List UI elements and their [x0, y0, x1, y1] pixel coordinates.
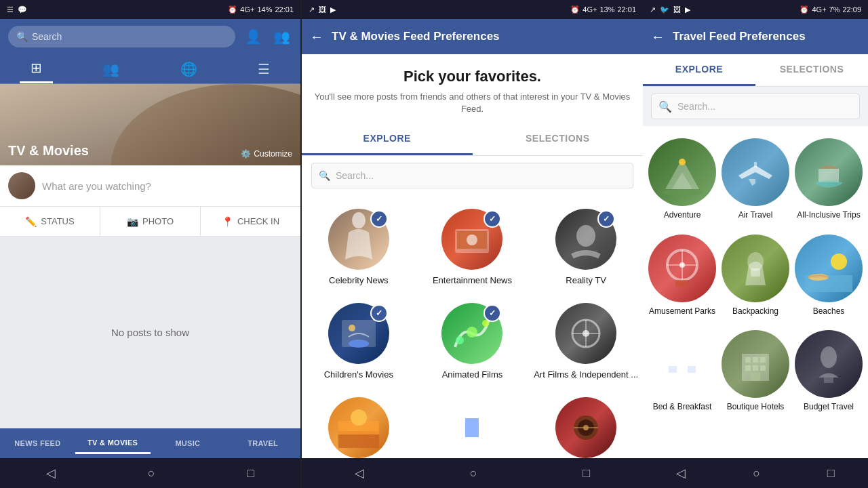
subnav-newsfeed[interactable]: ⊞ — [20, 54, 53, 83]
svg-point-36 — [831, 253, 847, 270]
air-label: Air Travel — [738, 210, 773, 221]
travel-backpacking[interactable]: Backpacking — [719, 228, 792, 324]
category-reality-tv[interactable]: ✓ Reality TV — [529, 201, 643, 295]
bottom-nav-1: NEWS FEED TV & MOVIES MUSIC TRAVEL — [0, 428, 300, 458]
customize-button[interactable]: ⚙️ Customize — [241, 149, 292, 159]
bottom-nav-travel[interactable]: TRAVEL — [225, 434, 300, 453]
search-bar-panel1[interactable]: 🔍 Search — [8, 26, 235, 47]
page-title-2: TV & Movies Feed Preferences — [332, 30, 500, 43]
svg-rect-43 — [753, 357, 758, 363]
row3a-img — [328, 397, 389, 458]
recents-button-1[interactable]: □ — [247, 466, 254, 481]
bottom-nav-music[interactable]: MUSIC — [151, 434, 226, 453]
back-arrow-3[interactable]: ← — [651, 29, 665, 45]
svg-point-49 — [821, 346, 837, 368]
status-bar-3: ↗ 🐦 🖼 ▶ ⏰ 4G+ 7% 22:09 — [643, 0, 868, 19]
tabs-row-3: EXPLORE SELECTIONS — [643, 54, 868, 87]
artfilms-img — [555, 303, 616, 364]
status-bar-1: ☰ 💬 ⏰ 4G+ 14% 22:01 — [0, 0, 300, 19]
photo-button[interactable]: 📷 PHOTO — [100, 207, 201, 236]
status-right-2: ⏰ 4G+ 13% 22:01 — [570, 5, 636, 14]
search-icon-2: 🔍 — [319, 170, 330, 181]
svg-point-6 — [349, 325, 355, 331]
search-bar-3[interactable]: 🔍 Search... — [651, 94, 860, 119]
backpacking-img — [722, 235, 789, 302]
recents-button-3[interactable]: □ — [827, 466, 835, 481]
status-label: STATUS — [41, 216, 74, 226]
cover-image: TV & Movies ⚙️ Customize — [0, 84, 300, 165]
category-row3b[interactable] — [416, 389, 530, 458]
category-row3a[interactable] — [302, 389, 416, 458]
video-icon: ▶ — [330, 5, 336, 14]
tab-selections-2[interactable]: SELECTIONS — [473, 123, 644, 155]
travel-adventure[interactable]: Adventure — [646, 131, 719, 228]
travel-air[interactable]: Air Travel — [719, 131, 792, 228]
travel-boutique[interactable]: Boutique Hotels — [719, 323, 792, 420]
bottom-nav-newsfeed[interactable]: NEWS FEED — [0, 434, 75, 453]
search-bar-2[interactable]: 🔍 Search... — [311, 163, 633, 188]
fb-header-1: 🔍 Search 👤 👥 — [0, 19, 300, 54]
bottom-nav-tvmovies[interactable]: TV & MOVIES — [75, 433, 151, 454]
tab-explore-3[interactable]: EXPLORE — [643, 54, 755, 86]
travel-partial[interactable] — [646, 420, 719, 458]
travel-budget[interactable]: Budget Travel — [792, 323, 865, 420]
beaches-img — [795, 235, 863, 302]
alarm-icon: ⏰ — [228, 5, 237, 14]
checkin-button[interactable]: 📍 CHECK IN — [201, 207, 300, 236]
status-left-3: ↗ 🐦 🖼 ▶ — [650, 5, 690, 14]
svg-rect-45 — [745, 365, 751, 371]
home-button-2[interactable]: ○ — [470, 466, 477, 481]
svg-rect-46 — [753, 365, 758, 371]
back-button-3[interactable]: ◁ — [676, 466, 686, 481]
no-posts-area: No posts to show — [0, 237, 300, 428]
category-entertainment-news[interactable]: ✓ Entertainment News — [416, 201, 530, 295]
travel-allinclusive[interactable]: All-Inclusive Trips — [792, 131, 865, 228]
watch-placeholder[interactable]: What are you watching? — [42, 180, 151, 192]
subnav-friends[interactable]: 👥 — [92, 56, 130, 83]
panel-travel-prefs: ↗ 🐦 🖼 ▶ ⏰ 4G+ 7% 22:09 ← Travel Feed Pre… — [643, 0, 868, 488]
row3a-img-wrapper — [328, 397, 389, 458]
friend-requests-icon[interactable]: 👥 — [271, 28, 292, 45]
time-1: 22:01 — [275, 5, 294, 14]
category-art-films[interactable]: Art Films & Independent ... — [529, 295, 643, 389]
category-childrens-movies[interactable]: ✓ Children's Movies — [302, 295, 416, 389]
category-celebrity-news[interactable]: ✓ Celebrity News — [302, 201, 416, 295]
subnav-globe[interactable]: 🌐 — [170, 56, 208, 83]
svg-rect-44 — [760, 357, 766, 363]
alarm-icon-3: ⏰ — [800, 5, 809, 14]
back-button-1[interactable]: ◁ — [46, 466, 56, 481]
travel-grid: Adventure Air Travel All-I — [643, 126, 868, 458]
messenger-icon[interactable]: 👤 — [242, 28, 264, 45]
back-arrow-2[interactable]: ← — [310, 29, 323, 45]
page-header-3: ← Travel Feed Preferences — [643, 19, 868, 54]
categories-grid-2: ✓ Celebrity News ✓ Entertainment News — [302, 195, 643, 458]
travel-beaches[interactable]: Beaches — [792, 228, 865, 324]
tab-selections-3[interactable]: SELECTIONS — [755, 54, 868, 86]
check-badge-children: ✓ — [370, 304, 388, 322]
travel-amusement[interactable]: Amusement Parks — [646, 228, 719, 324]
svg-rect-26 — [754, 162, 757, 167]
travel-bnb[interactable]: Bed & Breakfast — [646, 323, 719, 420]
category-row3c[interactable] — [529, 389, 643, 458]
recents-button-2[interactable]: □ — [583, 466, 590, 481]
row3c-img-wrapper — [555, 397, 616, 458]
home-button-3[interactable]: ○ — [753, 466, 760, 481]
tab-explore-2[interactable]: EXPLORE — [302, 123, 473, 155]
video-icon-3: ▶ — [685, 5, 690, 14]
gear-icon: ⚙️ — [241, 149, 251, 159]
battery-text-2: 13% — [599, 5, 614, 14]
svg-point-9 — [467, 327, 477, 338]
svg-rect-27 — [818, 169, 839, 182]
notification-icon: ☰ — [7, 5, 14, 14]
photo-label: PHOTO — [142, 216, 174, 226]
search-placeholder-p1: Search — [32, 31, 62, 42]
category-animated-films[interactable]: ✓ Animated Films — [416, 295, 530, 389]
home-button-1[interactable]: ○ — [148, 466, 155, 481]
status-button[interactable]: ✏️ STATUS — [0, 207, 100, 236]
svg-point-25 — [662, 189, 703, 196]
pencil-icon: ✏️ — [25, 216, 37, 227]
subnav-menu[interactable]: ☰ — [247, 56, 281, 83]
budget-label: Budget Travel — [804, 402, 854, 413]
panel-tvmovies-prefs: ↗ 🖼 ▶ ⏰ 4G+ 13% 22:01 ← TV & Movies Feed… — [302, 0, 643, 488]
back-button-2[interactable]: ◁ — [355, 466, 364, 481]
